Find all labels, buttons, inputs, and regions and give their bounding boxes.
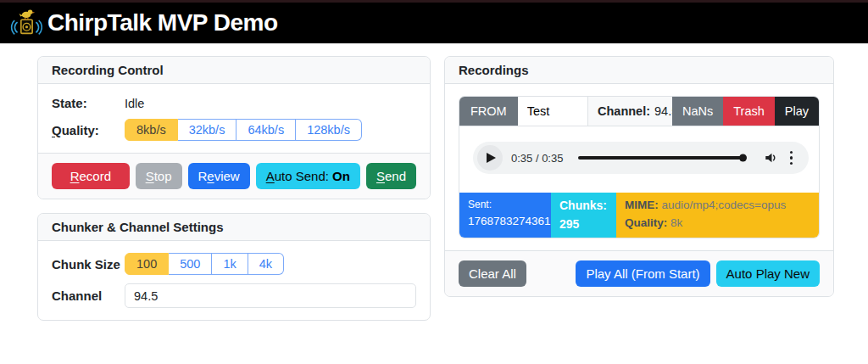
recording-item-toolbar: FROM Channel:94.5 NaNs Trash Play xyxy=(459,97,819,126)
audio-player-section: 0:35 / 0:35 xyxy=(459,126,819,193)
quality-row: Quality: 8kb/s 32kb/s 64kb/s 128kb/s xyxy=(52,119,416,141)
play-button[interactable]: Play xyxy=(775,97,819,126)
chunker-settings-body: Chunk Size 100 500 1k 4k Channel xyxy=(38,241,430,320)
quality-option-64kbs[interactable]: 64kb/s xyxy=(236,119,296,141)
auto-send-toggle[interactable]: Auto Send: On xyxy=(256,163,360,189)
trash-button[interactable]: Trash xyxy=(723,97,775,126)
chunk-option-4k[interactable]: 4k xyxy=(248,253,284,275)
review-button[interactable]: Review xyxy=(188,163,250,189)
chunker-settings-card: Chunker & Channel Settings Chunk Size 10… xyxy=(37,213,431,321)
recording-info-bar: Sent: 1768783274361 Chunks: 295 MIME: au… xyxy=(459,193,819,238)
recording-control-footer: Record Stop Review Auto Send: On Send xyxy=(38,153,430,199)
chunks-info: Chunks: 295 xyxy=(551,193,616,238)
channel-input[interactable] xyxy=(125,283,416,308)
auto-send-state: On xyxy=(332,169,350,183)
chunk-option-1k[interactable]: 1k xyxy=(212,253,248,275)
chunk-size-label: Chunk Size xyxy=(52,257,125,272)
recordings-body: FROM Channel:94.5 NaNs Trash Play 0:35 /… xyxy=(445,84,833,250)
sent-info: Sent: 1768783274361 xyxy=(459,193,551,238)
channel-row: Channel xyxy=(52,283,416,308)
sent-label: Sent: xyxy=(468,197,542,213)
chunks-label: Chunks: xyxy=(559,197,608,216)
recording-control-title: Recording Control xyxy=(38,57,430,84)
state-label: State: xyxy=(52,96,125,110)
auto-play-new-button[interactable]: Auto Play New xyxy=(716,260,820,287)
channel-display-label: Channel: xyxy=(598,104,650,118)
left-column: Recording Control State: Idle Quality: 8… xyxy=(37,56,431,321)
recordings-title: Recordings xyxy=(445,57,833,84)
volume-icon[interactable] xyxy=(764,150,779,165)
chunker-settings-title: Chunker & Channel Settings xyxy=(38,214,430,241)
chunk-size-button-group: 100 500 1k 4k xyxy=(125,253,416,275)
quality-option-32kbs[interactable]: 32kb/s xyxy=(178,119,237,141)
mime-value: audio/mp4;codecs=opus xyxy=(662,199,787,211)
main-content: Recording Control State: Idle Quality: 8… xyxy=(0,43,868,321)
quality-option-8kbs[interactable]: 8kb/s xyxy=(125,119,178,141)
stop-button[interactable]: Stop xyxy=(136,163,182,189)
rec-quality-value: 8k xyxy=(670,216,682,229)
quality-line: Quality: 8k xyxy=(625,215,810,232)
right-column: Recordings FROM Channel:94.5 NaNs Trash … xyxy=(444,56,834,321)
audio-seek-bar[interactable] xyxy=(578,156,744,160)
chirptalk-logo-icon xyxy=(10,6,42,40)
audio-time: 0:35 / 0:35 xyxy=(511,152,563,165)
from-label: FROM xyxy=(459,97,518,126)
nans-button[interactable]: NaNs xyxy=(672,97,723,126)
mime-quality-info: MIME: audio/mp4;codecs=opus Quality: 8k xyxy=(616,193,819,238)
quality-button-group: 8kb/s 32kb/s 64kb/s 128kb/s xyxy=(125,119,416,141)
send-button[interactable]: Send xyxy=(366,163,416,189)
mime-label: MIME: xyxy=(625,199,659,211)
play-icon xyxy=(487,153,496,163)
rec-quality-label: Quality: xyxy=(625,216,667,229)
audio-player: 0:35 / 0:35 xyxy=(473,142,809,174)
mime-line: MIME: audio/mp4;codecs=opus xyxy=(625,197,810,215)
recordings-footer: Clear All Play All (From Start) Auto Pla… xyxy=(445,250,833,296)
recordings-card: Recordings FROM Channel:94.5 NaNs Trash … xyxy=(444,56,834,297)
recording-item: FROM Channel:94.5 NaNs Trash Play 0:35 /… xyxy=(459,96,820,238)
channel-label: Channel xyxy=(52,288,125,303)
quality-label: Quality: xyxy=(52,123,125,137)
seek-thumb[interactable] xyxy=(739,154,747,162)
recording-control-card: Recording Control State: Idle Quality: 8… xyxy=(37,56,431,199)
app-title: ChirpTalk MVP Demo xyxy=(47,9,278,36)
recording-control-body: State: Idle Quality: 8kb/s 32kb/s 64kb/s… xyxy=(38,84,430,153)
clear-all-button[interactable]: Clear All xyxy=(459,260,526,287)
play-all-button[interactable]: Play All (From Start) xyxy=(576,260,709,287)
state-value: Idle xyxy=(125,97,416,110)
record-button[interactable]: Record xyxy=(52,163,130,189)
chunk-option-100[interactable]: 100 xyxy=(125,253,169,275)
state-row: State: Idle xyxy=(52,96,416,110)
quality-option-128kbs[interactable]: 128kb/s xyxy=(296,119,362,141)
chunk-size-row: Chunk Size 100 500 1k 4k xyxy=(52,253,416,275)
sent-value: 1768783274361 xyxy=(468,213,542,231)
from-input[interactable] xyxy=(518,97,587,126)
app-header: ChirpTalk MVP Demo xyxy=(0,3,868,43)
chunks-value: 295 xyxy=(559,216,608,234)
channel-display: Channel:94.5 xyxy=(587,97,672,126)
audio-menu-button[interactable] xyxy=(787,149,796,167)
chunk-option-500[interactable]: 500 xyxy=(169,253,212,275)
audio-play-button[interactable] xyxy=(477,145,503,171)
